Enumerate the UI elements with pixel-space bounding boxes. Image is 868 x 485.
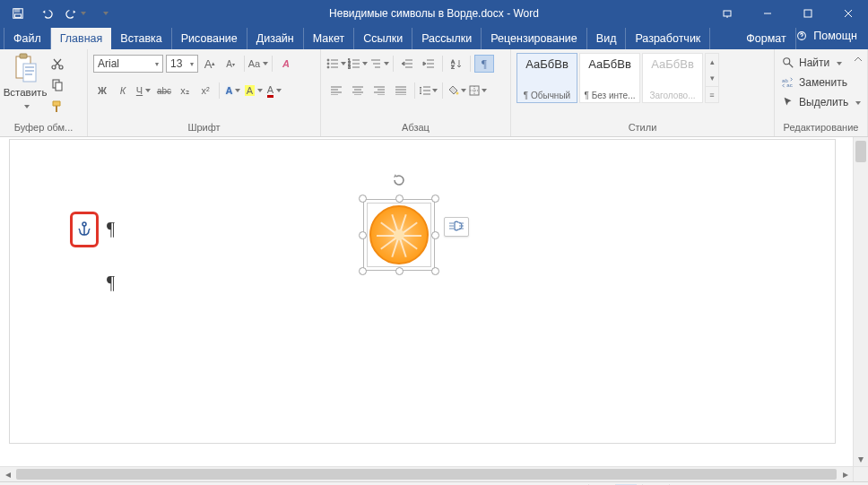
tell-me-box[interactable]: Помощн (795, 30, 857, 42)
tab-file[interactable]: Файл (4, 28, 51, 49)
superscript-button[interactable]: x² (196, 82, 214, 100)
align-center-button[interactable] (348, 82, 368, 100)
style-normal[interactable]: АаБбВв ¶ Обычный (516, 53, 577, 103)
bold-button[interactable]: Ж (93, 82, 111, 100)
horizontal-scrollbar[interactable]: ◂ ▸ (0, 466, 853, 481)
select-button[interactable]: Выделить (780, 92, 862, 112)
resize-handle-bl[interactable] (359, 267, 367, 275)
maximize-button[interactable] (787, 0, 828, 26)
justify-icon (395, 86, 406, 95)
subscript-button[interactable]: x₂ (176, 82, 194, 100)
increase-indent-button[interactable] (419, 55, 438, 73)
highlight-button[interactable]: A (245, 82, 263, 100)
copy-icon (50, 78, 65, 92)
italic-button[interactable]: К (114, 82, 132, 100)
borders-button[interactable] (468, 82, 488, 100)
document-viewport[interactable]: ¶ ¶ (0, 137, 853, 466)
tab-layout[interactable]: Макет (304, 28, 354, 49)
svg-point-18 (327, 66, 329, 68)
document-area: ¶ ¶ (0, 137, 868, 466)
format-painter-button[interactable] (48, 98, 66, 116)
qat-customize-button[interactable] (91, 3, 117, 24)
hscroll-thumb[interactable] (16, 469, 837, 480)
style-heading1[interactable]: АаБбВв Заголово... (642, 53, 703, 103)
font-color-button[interactable]: A (265, 82, 283, 100)
resize-handle-tr[interactable] (431, 195, 439, 203)
clear-format-button[interactable]: A (277, 55, 295, 73)
orange-slice-image (369, 205, 429, 264)
text-effects-button[interactable]: A (224, 82, 242, 100)
grow-font-button[interactable]: A▴ (201, 55, 219, 73)
replace-button[interactable]: abac Заменить (780, 73, 862, 92)
vscroll-thumb[interactable] (855, 141, 866, 162)
tab-review[interactable]: Рецензирование (482, 28, 587, 49)
style-nospacing[interactable]: АаБбВв ¶ Без инте... (579, 53, 640, 103)
svg-rect-15 (56, 82, 62, 91)
tab-design[interactable]: Дизайн (247, 28, 304, 49)
save-button[interactable] (5, 3, 30, 24)
window-controls (707, 0, 868, 26)
close-button[interactable] (828, 0, 868, 26)
tab-home[interactable]: Главная (51, 28, 112, 49)
underline-button[interactable]: Ч (135, 82, 152, 100)
tab-references[interactable]: Ссылки (354, 28, 412, 49)
collapse-ribbon-button[interactable] (852, 53, 864, 68)
minimize-button[interactable] (747, 0, 787, 26)
rotation-handle[interactable] (391, 172, 407, 188)
replace-icon: abac (782, 76, 794, 89)
styles-gallery: АаБбВв ¶ Обычный АаБбВв ¶ Без инте... Аа… (516, 53, 703, 103)
resize-handle-l[interactable] (359, 231, 367, 239)
tab-view[interactable]: Вид (587, 28, 627, 49)
styles-more-button[interactable]: ▴▾≡ (705, 53, 719, 103)
tab-developer[interactable]: Разработчик (626, 28, 710, 49)
copy-button[interactable] (48, 76, 66, 94)
group-editing-label: Редактирование (780, 122, 862, 134)
change-case-button[interactable]: Aa (249, 55, 267, 73)
find-button[interactable]: Найти (780, 53, 862, 73)
resize-handle-br[interactable] (431, 267, 439, 275)
resize-handle-b[interactable] (395, 267, 404, 275)
resize-handle-t[interactable] (395, 195, 404, 203)
resize-handle-tl[interactable] (359, 195, 367, 203)
tab-format[interactable]: Формат (737, 28, 795, 49)
resize-handle-r[interactable] (431, 231, 439, 239)
svg-rect-10 (20, 54, 27, 58)
scroll-left-arrow[interactable]: ◂ (0, 467, 15, 481)
shading-button[interactable] (447, 82, 466, 100)
tab-insert[interactable]: Вставка (111, 28, 171, 49)
sort-button[interactable]: AZ (447, 55, 466, 73)
vertical-scrollbar[interactable]: ▴ ▾ (853, 137, 868, 466)
selected-image[interactable] (363, 199, 435, 271)
font-name-combo[interactable]: Arial▾ (93, 55, 163, 73)
undo-button[interactable] (34, 3, 59, 24)
scroll-down-arrow[interactable]: ▾ (854, 451, 868, 466)
align-left-icon (331, 86, 342, 95)
layout-options-icon (448, 221, 464, 233)
shrink-font-button[interactable]: A▾ (221, 55, 239, 73)
indent-icon (422, 58, 435, 69)
justify-button[interactable] (391, 82, 411, 100)
cut-button[interactable] (48, 55, 66, 73)
layout-options-button[interactable] (444, 217, 469, 237)
show-marks-button[interactable]: ¶ (474, 55, 494, 73)
line-spacing-button[interactable] (419, 82, 438, 100)
align-right-button[interactable] (369, 82, 389, 100)
numbering-button[interactable]: 123 (348, 55, 368, 73)
paste-button[interactable]: Вставить (5, 53, 45, 116)
svg-point-16 (327, 59, 329, 61)
ribbon-options-button[interactable] (707, 0, 747, 26)
strike-button[interactable]: abc (155, 82, 173, 100)
tab-mailings[interactable]: Рассылки (412, 28, 482, 49)
font-size-combo[interactable]: 13▾ (166, 55, 198, 73)
multilevel-button[interactable] (369, 55, 389, 73)
redo-button[interactable] (63, 3, 88, 24)
bullets-button[interactable] (326, 55, 346, 73)
scroll-right-arrow[interactable]: ▸ (838, 467, 853, 481)
tab-draw[interactable]: Рисование (172, 28, 247, 49)
decrease-indent-button[interactable] (397, 55, 417, 73)
clipboard-icon (12, 53, 39, 85)
align-center-icon (352, 86, 363, 95)
brush-icon (50, 100, 65, 114)
align-left-button[interactable] (326, 82, 346, 100)
svg-text:3: 3 (348, 65, 351, 69)
